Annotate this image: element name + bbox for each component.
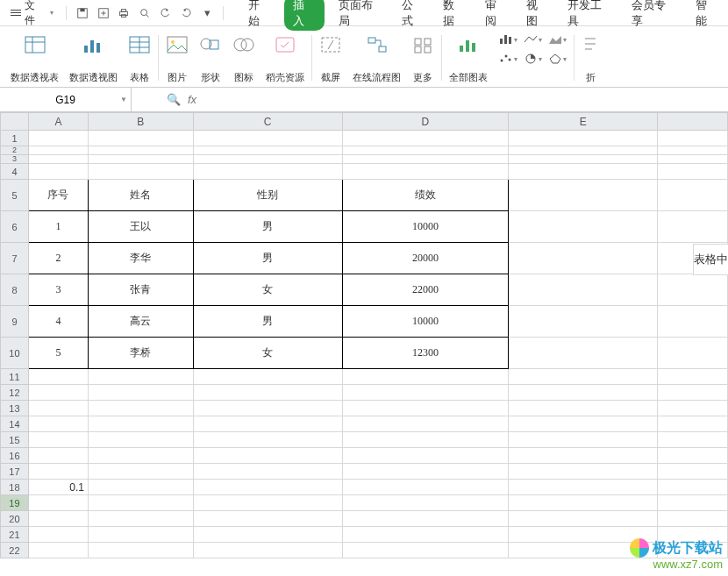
cell-D10[interactable]: 12300 [342,338,509,369]
cell-D22[interactable] [342,543,509,558]
cell-E19[interactable] [509,495,658,511]
row-head-8[interactable]: 8 [1,274,29,306]
cell-A14[interactable] [28,416,88,432]
cell-C3[interactable] [193,155,342,164]
cell-A6[interactable]: 1 [28,211,88,243]
cell-E9[interactable] [509,306,658,338]
cell-A12[interactable] [28,385,88,401]
cell-X5[interactable] [658,180,728,211]
cell-C11[interactable] [193,369,342,385]
cell-D5[interactable]: 绩效 [342,180,509,211]
ribbon-pivot-table[interactable]: 数据透视表 [5,32,64,86]
cell-E17[interactable] [509,464,658,480]
undo-icon[interactable] [157,4,175,22]
cell-A5[interactable]: 序号 [28,180,88,211]
row-head-3[interactable]: 3 [1,155,29,164]
cell-E14[interactable] [509,416,658,432]
cell-X20[interactable] [658,511,728,527]
cell-C18[interactable] [193,480,342,495]
col-head-A[interactable]: A [28,113,88,131]
tab-视图[interactable]: 视图 [521,0,553,32]
cell-C19[interactable] [193,495,342,511]
cell-A2[interactable] [28,146,88,155]
cell-B2[interactable] [88,146,193,155]
cell-C8[interactable]: 女 [193,274,342,306]
cell-D12[interactable] [342,385,509,401]
row-head-5[interactable]: 5 [1,180,29,211]
row-head-11[interactable]: 11 [1,369,29,385]
cell-X14[interactable] [658,416,728,432]
row-head-19[interactable]: 19 [1,495,29,511]
cell-D16[interactable] [342,448,509,464]
cell-D21[interactable] [342,527,509,543]
cell-C6[interactable]: 男 [193,211,342,243]
ribbon-screenshot[interactable]: 截屏 [314,32,347,86]
ribbon-picture[interactable]: 图片 [161,32,194,86]
cell-E13[interactable] [509,401,658,416]
col-head-D[interactable]: D [342,113,509,131]
row-head-6[interactable]: 6 [1,211,29,243]
tab-开发工具[interactable]: 开发工具 [562,0,617,32]
ribbon-all-charts[interactable]: 全部图表 [444,32,493,86]
cell-D19[interactable] [342,495,509,511]
search-icon[interactable]: 🔍 [167,93,181,106]
cell-D15[interactable] [342,432,509,448]
cell-A21[interactable] [28,527,88,543]
cell-X18[interactable] [658,480,728,495]
cell-E16[interactable] [509,448,658,464]
cell-A13[interactable] [28,401,88,416]
row-head-1[interactable]: 1 [1,131,29,146]
cell-B14[interactable] [88,416,193,432]
ribbon-table[interactable]: 表格 [123,32,156,86]
cell-A7[interactable]: 2 [28,243,88,274]
cell-D1[interactable] [342,131,509,146]
row-head-7[interactable]: 7 [1,243,29,274]
cell-B6[interactable]: 王以 [88,211,193,243]
cell-X22[interactable] [658,543,728,558]
row-head-20[interactable]: 20 [1,511,29,527]
cell-D11[interactable] [342,369,509,385]
tab-公式[interactable]: 公式 [396,0,429,32]
cell-C7[interactable]: 男 [193,243,342,274]
row-head-22[interactable]: 22 [1,543,29,558]
cell-A8[interactable]: 3 [28,274,88,306]
tab-数据[interactable]: 数据 [438,0,470,32]
cell-A18[interactable]: 0.1 [28,480,88,495]
col-head-B[interactable]: B [88,113,193,131]
cell-B3[interactable] [88,155,193,164]
cell-D4[interactable] [342,164,509,180]
cell-D3[interactable] [342,155,509,164]
cell-A16[interactable] [28,448,88,464]
cell-X12[interactable] [658,385,728,401]
cell-B12[interactable] [88,385,193,401]
row-head-16[interactable]: 16 [1,448,29,464]
cell-B10[interactable]: 李桥 [88,338,193,369]
cell-B18[interactable] [88,480,193,495]
row-head-4[interactable]: 4 [1,164,29,180]
row-head-14[interactable]: 14 [1,416,29,432]
cell-E6[interactable] [509,211,658,243]
cell-C14[interactable] [193,416,342,432]
chart-radar-icon[interactable]: ▾ [547,51,567,67]
cell-A4[interactable] [28,164,88,180]
cell-A22[interactable] [28,543,88,558]
cell-C9[interactable]: 男 [193,306,342,338]
save-icon[interactable] [74,4,91,22]
cell-A17[interactable] [28,464,88,480]
cell-B8[interactable]: 张青 [88,274,193,306]
cell-D17[interactable] [342,464,509,480]
cell-B20[interactable] [88,511,193,527]
ribbon-more[interactable]: 更多 [406,32,439,86]
ribbon-flowchart[interactable]: 在线流程图 [347,32,406,86]
cell-C4[interactable] [193,164,342,180]
cell-B7[interactable]: 李华 [88,243,193,274]
cell-X13[interactable] [658,401,728,416]
fx-icon[interactable]: fx [188,93,196,106]
cell-E3[interactable] [509,155,658,164]
tab-插入[interactable]: 插入 [284,0,324,31]
cell-X9[interactable] [658,306,728,338]
cell-C5[interactable]: 性别 [193,180,342,211]
cell-X8[interactable] [658,274,728,306]
ribbon-pivot-chart[interactable]: 数据透视图 [64,32,123,86]
cell-C21[interactable] [193,527,342,543]
